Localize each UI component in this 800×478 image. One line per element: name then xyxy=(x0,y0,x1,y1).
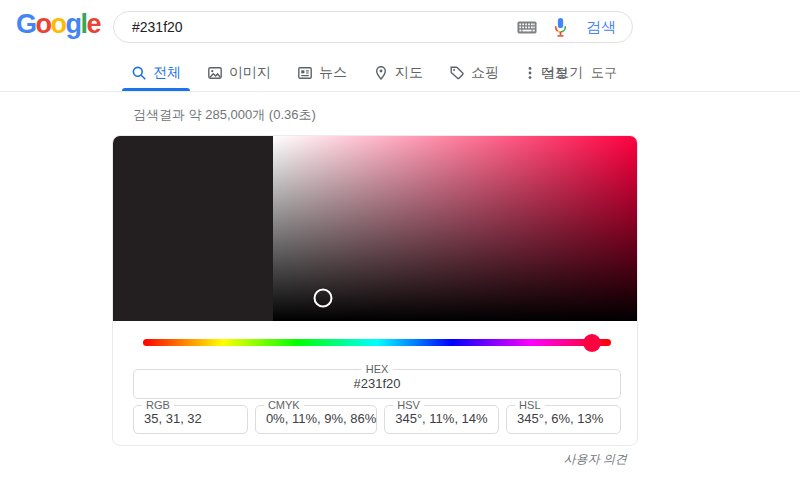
hex-field[interactable]: HEX #231f20 xyxy=(133,369,621,399)
tab-images[interactable]: 이미지 xyxy=(207,55,271,91)
settings-link[interactable]: 설정 xyxy=(542,64,568,82)
tabs-right-links: 설정 도구 xyxy=(542,55,617,91)
logo-letter: e xyxy=(87,9,101,39)
hue-slider[interactable] xyxy=(143,339,611,346)
news-icon xyxy=(297,65,313,81)
hsv-field-label: HSV xyxy=(393,399,424,411)
tab-all[interactable]: 전체 xyxy=(131,55,181,91)
hsl-field-label: HSL xyxy=(515,399,544,411)
search-icon xyxy=(131,65,147,81)
map-pin-icon xyxy=(373,65,389,81)
color-fields-row: RGB 35, 31, 32 CMYK 0%, 11%, 9%, 86% HSV… xyxy=(133,405,621,434)
picker-area xyxy=(113,136,637,321)
hex-field-label: HEX xyxy=(362,363,393,375)
more-vertical-icon xyxy=(525,65,535,81)
hsl-field[interactable]: HSL 345°, 6%, 13% xyxy=(506,405,621,434)
tools-link[interactable]: 도구 xyxy=(591,64,617,82)
google-logo[interactable]: Google xyxy=(16,9,100,40)
search-input[interactable]: #231f20 xyxy=(132,19,517,35)
cmyk-field-label: CMYK xyxy=(264,399,304,411)
rgb-field[interactable]: RGB 35, 31, 32 xyxy=(133,405,248,434)
color-indicator[interactable] xyxy=(313,288,332,307)
keyboard-icon[interactable] xyxy=(517,21,537,34)
selected-color-swatch xyxy=(113,136,273,321)
tab-label: 쇼핑 xyxy=(471,64,499,82)
logo-letter: o xyxy=(51,9,66,39)
result-stats: 검색결과 약 285,000개 (0.36초) xyxy=(133,106,316,124)
hue-slider-knob[interactable] xyxy=(583,334,601,352)
search-actions: 검색 xyxy=(517,17,616,38)
logo-letter: g xyxy=(66,9,81,39)
saturation-gradient[interactable] xyxy=(273,136,637,321)
tab-label: 이미지 xyxy=(229,64,271,82)
color-picker-card: HEX #231f20 RGB 35, 31, 32 CMYK 0%, 11%,… xyxy=(112,135,638,446)
rgb-field-label: RGB xyxy=(142,399,174,411)
search-box[interactable]: #231f20 xyxy=(113,11,633,43)
logo-letter: o xyxy=(36,9,51,39)
tab-label: 지도 xyxy=(395,64,423,82)
result-tabs: 전체 이미지 뉴스 지도 xyxy=(131,55,583,91)
logo-letter: G xyxy=(16,9,36,39)
result-tabs-bar: 전체 이미지 뉴스 지도 xyxy=(0,55,800,92)
cmyk-field[interactable]: CMYK 0%, 11%, 9%, 86% xyxy=(255,405,377,434)
google-search-results-page: Google #231f20 xyxy=(0,0,800,478)
image-icon xyxy=(207,65,223,81)
hsv-field[interactable]: HSV 345°, 11%, 14% xyxy=(384,405,499,434)
tab-news[interactable]: 뉴스 xyxy=(297,55,347,91)
tab-maps[interactable]: 지도 xyxy=(373,55,423,91)
tab-label: 뉴스 xyxy=(319,64,347,82)
shopping-tag-icon xyxy=(449,65,465,81)
tab-label: 전체 xyxy=(153,64,181,82)
microphone-icon[interactable] xyxy=(553,17,568,38)
feedback-link[interactable]: 사용자 의견 xyxy=(564,451,627,468)
search-button[interactable]: 검색 xyxy=(586,18,616,37)
tab-shopping[interactable]: 쇼핑 xyxy=(449,55,499,91)
